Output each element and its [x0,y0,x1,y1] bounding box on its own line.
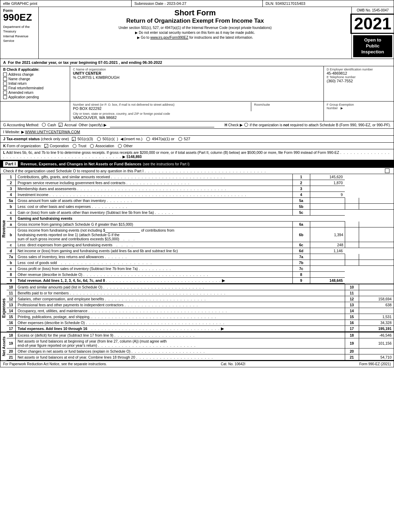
line-14-amount [359,308,394,314]
table-row: 13 Professional fees and other payments … [7,302,394,308]
radio-cash[interactable] [42,123,46,127]
line-2-ref: 2 [292,180,310,186]
line-7b-num: b [7,260,15,266]
h-check-label: Check ▶ [228,123,243,127]
acct-label: G Accounting Method: [3,123,39,127]
line-6a-desc: Gross income from gaming (attach Schedul… [15,222,292,227]
radio-trust[interactable] [73,144,76,148]
line-6c-sub: 6c [292,242,310,248]
net-assets-table-wrapper: 18 Excess or (deficit) for the year (Sub… [7,332,394,360]
line-11-desc: Benefits paid to or for members . . . . … [15,290,345,296]
checkbox-accrual[interactable] [59,123,62,127]
line-19-desc: Net assets or fund balances at beginning… [15,338,345,349]
line-6c-amount [359,242,394,248]
table-row: 11 Benefits paid to or for members . . .… [7,290,394,296]
part-i-checkbox[interactable] [385,168,389,173]
form-number: 990EZ [3,13,36,22]
line-12-num: 12 [7,296,15,302]
part-i-check-label: Check if the organization used Schedule … [3,169,266,173]
checkbox-name[interactable] [3,77,7,81]
addr-street: Number and street (or P. O. box, if mail… [73,102,251,111]
org-name: UNITY CENTER [73,71,321,75]
ein-label: D Employer identification number [327,68,391,71]
line-12-amount: 158,694 [359,296,394,302]
line-12-ref: 12 [345,296,359,302]
line-7a-ref [345,254,359,260]
line-10-ref: 10 [345,284,359,290]
line-18-ref: 18 [345,332,359,338]
table-row: 10 Grants and similar amounts paid (list… [7,284,394,290]
footer-mid: Cat. No. 10642I [221,362,245,366]
line-4-desc: Investment income . . . . . . . . . . . … [15,192,292,198]
radio-4947[interactable] [146,137,150,141]
line-15-amount: 1,531 [359,314,394,320]
radio-501c[interactable] [97,137,101,141]
line-5b-sub: 5b [292,204,310,210]
check-item-initial: Initial return [3,82,67,85]
addr-room: Room/suite [251,102,321,111]
checkbox-pending[interactable] [3,95,7,99]
line-18-amount: -46,546 [359,332,394,338]
insert-no: ◀ (insert no.) [120,137,143,141]
org-careof: % CURTIS L KIMBROUGH [73,75,321,80]
line-21-ref: 21 [345,354,359,360]
line-7a-sub: 7a [292,254,310,260]
line-7a-amount [359,254,394,260]
line-7b-sub: 7b [292,260,310,266]
line-20-amount [359,349,394,354]
line-1-desc: Contributions, gifts, grants, and simila… [15,174,292,180]
checkbox-address[interactable] [3,73,7,76]
check-item-pending: Application pending [3,95,67,99]
line-19-amount: 101,156 [359,338,394,349]
table-row: 7a Gross sales of inventory, less return… [7,254,394,260]
address-row: Number and street (or P. O. box, if mail… [0,102,394,121]
line-7c-amount [310,266,345,272]
group-label: F Group ExemptionNumber ▶ [327,103,391,110]
line-16-amount: 34,328 [359,320,394,326]
line-3-desc: Membership dues and assessments . . . . … [15,186,292,192]
radio-527[interactable] [178,137,182,141]
line-4-ref: 4 [292,192,310,198]
net-assets-table: 18 Excess or (deficit) for the year (Sub… [7,332,394,360]
line-21-desc: Net assets or fund balances at end of ye… [15,354,345,360]
line-5b-desc: Less: cost or other basis and sales expe… [15,204,292,210]
checkbox-initial[interactable] [3,82,7,85]
line-15-desc: Printing, publications, postage, and shi… [15,314,345,320]
addr-right: F Group ExemptionNumber ▶ [324,102,394,121]
radio-other[interactable] [118,144,122,148]
line-10-amount [359,284,394,290]
line-14-num: 14 [7,308,15,314]
k-label: K Form of organization: [3,144,42,148]
line-21-amount: 54,710 [359,354,394,360]
radio-not-required[interactable] [244,123,248,127]
table-row: 3 Membership dues and assessments . . . … [7,186,394,192]
page: efile GRAPHIC print Submission Date - 20… [0,0,394,532]
table-row: c Gross profit or (loss) from sales of i… [7,266,394,272]
line-14-ref: 14 [345,308,359,314]
checkbox-final[interactable] [3,86,7,90]
checkbox-amended[interactable] [3,91,7,95]
table-row: 4 Investment income . . . . . . . . . . … [7,192,394,198]
line-11-amount [359,290,394,296]
net-assets-section: Net Assets 18 Excess or (deficit) for th… [0,332,394,360]
line-6a-sub-amount [310,222,345,227]
line-5c-desc: Gain or (loss) from sale of assets other… [15,210,292,216]
tax-label: J Tax-exempt status (check only one) [3,137,69,141]
table-row: 18 Excess or (deficit) for the year (Sub… [7,332,394,338]
addr-main: Number and street (or P. O. box, if mail… [70,102,324,121]
checkbox-corporation[interactable] [44,144,48,148]
line-8-amount [310,272,345,278]
line-15-num: 15 [7,314,15,320]
checkbox-501c3[interactable] [72,137,76,141]
radio-association[interactable] [90,144,94,148]
line-5a-num: 5a [7,198,15,204]
room-label: Room/suite [254,103,318,106]
table-row: 5a Gross amount from sale of assets othe… [7,198,394,204]
website-url: WWW.UNITYCENTERWA.COM [25,130,80,134]
line-5c-num: c [7,210,15,216]
line-6c-num: c [7,242,15,248]
section-a: A For the 2021 calendar year, or tax yea… [0,59,394,66]
check-item-address: Address change [3,73,67,76]
revenue-table: 1 Contributions, gifts, grants, and simi… [7,174,394,284]
line-6b-ref [345,227,359,242]
